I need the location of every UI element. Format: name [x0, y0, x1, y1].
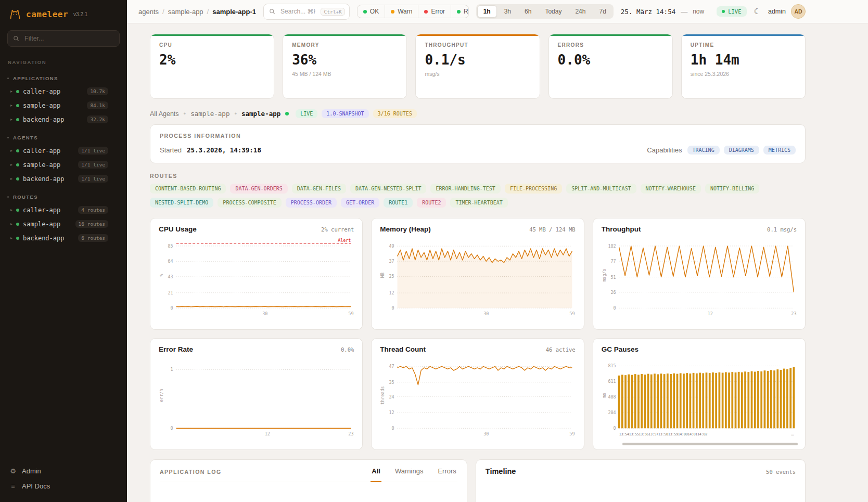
- range-6h[interactable]: 6h: [518, 5, 538, 18]
- svg-text:0: 0: [613, 426, 616, 431]
- sidebar-item-backend-app[interactable]: ▸backend-app6 routes: [0, 231, 127, 245]
- status-dot-icon: [16, 177, 19, 181]
- log-tab-warnings[interactable]: Warnings: [394, 467, 424, 482]
- route-chip-error-handling-test[interactable]: ERROR-HANDLING-TEST: [430, 184, 500, 194]
- avatar[interactable]: AD: [791, 4, 806, 19]
- nav-section-agents: AGENTS▸caller-app1/1 live▸sample-app1/1 …: [0, 135, 127, 186]
- breadcrumb-current: sample-app-1: [212, 8, 256, 16]
- sidebar-item-backend-app[interactable]: ▸backend-app1/1 live: [0, 172, 127, 186]
- timeline-title: Timeline: [486, 467, 516, 475]
- chart-scrollbar[interactable]: [622, 443, 798, 445]
- sidebar-item-caller-app[interactable]: ▸caller-app1/1 live: [0, 144, 127, 158]
- svg-text:23: 23: [791, 311, 796, 316]
- metric-sub: 45 MB / 124 MB: [292, 71, 398, 77]
- agent-badge-1-0-snapshot: 1.0-SNAPSHOT: [322, 109, 368, 118]
- route-chip-notify-warehouse[interactable]: NOTIFY-WAREHOUSE: [641, 184, 701, 194]
- breadcrumb-agents[interactable]: agents: [138, 8, 159, 16]
- svg-text:0: 0: [171, 305, 173, 311]
- agent-badge-3-16-routes: 3/16 ROUTES: [373, 109, 417, 118]
- nav-section-routes: ROUTES▸caller-app4 routes▸sample-app16 r…: [0, 194, 127, 245]
- sidebar-item-caller-app[interactable]: ▸caller-app4 routes: [0, 203, 127, 217]
- status-filter-warn[interactable]: Warn: [385, 5, 418, 18]
- filter-input[interactable]: [23, 34, 114, 43]
- chart-title: Thread Count: [380, 345, 426, 353]
- metric-card-cpu: CPU2%: [150, 34, 274, 99]
- svg-text:26: 26: [610, 290, 616, 295]
- svg-text:204: 204: [608, 410, 616, 415]
- search-box[interactable]: Ctrl+K: [263, 4, 350, 20]
- status-filter-ok[interactable]: OK: [358, 5, 385, 18]
- logo[interactable]: cameleer v3.2.1: [0, 0, 127, 26]
- chart-card-gc: GC Pauses020440861181513:5413:5513:5613:…: [593, 338, 806, 450]
- status-dot-icon: [363, 10, 367, 14]
- agent-app-link[interactable]: sample-app: [190, 110, 229, 118]
- chart-header: Error Rate0.0%: [159, 345, 354, 353]
- range-3h[interactable]: 3h: [498, 5, 517, 18]
- svg-text:0: 0: [392, 305, 394, 311]
- capability-tracing: TRACING: [687, 146, 720, 155]
- sidebar-item-caller-app[interactable]: ▸caller-app10.7k: [0, 84, 127, 98]
- all-agents-link[interactable]: All Agents: [150, 110, 179, 118]
- route-chip-file-processing[interactable]: FILE-PROCESSING: [505, 184, 562, 194]
- search-input[interactable]: [279, 7, 316, 16]
- route-chip-nested-split-demo[interactable]: NESTED-SPLIT-DEMO: [150, 198, 213, 208]
- live-label: LIVE: [728, 8, 741, 15]
- route-chip-route2[interactable]: ROUTE2: [417, 198, 446, 208]
- route-chip-timer-heartbeat[interactable]: TIMER-HEARTBEAT: [450, 198, 507, 208]
- route-chip-content-based-routing[interactable]: CONTENT-BASED-ROUTING: [150, 184, 226, 194]
- dark-mode-toggle[interactable]: ☾: [752, 6, 763, 17]
- chart-meta: 46 active: [546, 346, 576, 353]
- metric-card-memory: MEMORY36%45 MB / 124 MB: [283, 34, 407, 99]
- nav-section-title: ROUTES: [0, 194, 127, 203]
- crumb-separator: •: [234, 110, 237, 118]
- log-tab-all[interactable]: All: [371, 467, 381, 482]
- status-dot-icon: [16, 149, 19, 152]
- routes-title: ROUTES: [150, 173, 806, 179]
- sidebar-item-sample-app[interactable]: ▸sample-app1/1 live: [0, 158, 127, 172]
- svg-text:threads: threads: [380, 386, 385, 404]
- route-chip-data-gen-nested-split[interactable]: DATA-GEN-NESTED-SPLIT: [350, 184, 426, 194]
- chart-plot-error: 011223err/h: [159, 356, 354, 437]
- breadcrumb-sample-app[interactable]: sample-app: [168, 8, 203, 16]
- svg-text:611: 611: [608, 379, 616, 384]
- user-name: admin: [768, 8, 786, 15]
- process-info-title: PROCESS INFORMATION: [160, 133, 796, 139]
- route-chip-data-gen-files[interactable]: DATA-GEN-FILES: [292, 184, 346, 194]
- status-filter-running[interactable]: Running: [451, 5, 469, 18]
- range-24h[interactable]: 24h: [569, 5, 592, 18]
- route-chip-process-composite[interactable]: PROCESS-COMPOSITE: [218, 198, 281, 208]
- route-chip-split-and-multicast[interactable]: SPLIT-AND-MULTICAST: [566, 184, 636, 194]
- sidebar-item-sample-app[interactable]: ▸sample-app84.1k: [0, 98, 127, 112]
- sidebar-item-badge: 4 routes: [78, 206, 108, 214]
- footer-item-api-docs[interactable]: ≡API Docs: [8, 479, 119, 494]
- status-dot-icon: [16, 90, 19, 93]
- sidebar-sections: APPLICATIONS▸caller-app10.7k▸sample-app8…: [0, 67, 127, 245]
- chart-card-error: Error Rate0.0%011223err/h: [150, 338, 363, 450]
- route-chip-get-order[interactable]: GET-ORDER: [341, 198, 379, 208]
- range-today[interactable]: Today: [539, 5, 568, 18]
- range-1h[interactable]: 1h: [477, 5, 497, 18]
- datetime[interactable]: 25. März 14:54: [621, 8, 675, 16]
- chevron-right-icon: ▸: [10, 89, 12, 94]
- route-chip-data-gen-orders[interactable]: DATA-GEN-ORDERS: [230, 184, 287, 194]
- sidebar-item-sample-app[interactable]: ▸sample-app16 routes: [0, 217, 127, 231]
- nav-heading: NAVIGATION: [8, 59, 127, 65]
- live-indicator[interactable]: LIVE: [717, 6, 746, 17]
- route-chip-process-order[interactable]: PROCESS-ORDER: [286, 198, 337, 208]
- log-tab-errors[interactable]: Errors: [437, 467, 457, 482]
- status-filter-error[interactable]: Error: [418, 5, 451, 18]
- footer-item-admin[interactable]: ⚙Admin: [8, 464, 119, 479]
- capability-chips: TRACINGDIAGRAMSMETRICS: [687, 146, 796, 155]
- chart-title: Throughput: [602, 225, 641, 233]
- sidebar-item-backend-app[interactable]: ▸backend-app32.2k: [0, 112, 127, 126]
- sidebar-filter[interactable]: [7, 30, 120, 47]
- route-chip-notify-billing[interactable]: NOTIFY-BILLING: [705, 184, 759, 194]
- svg-text:59: 59: [570, 311, 575, 316]
- chart-header: GC Pauses: [602, 345, 797, 353]
- route-chip-route1[interactable]: ROUTE1: [384, 198, 413, 208]
- metric-value: 0.0%: [558, 52, 663, 68]
- sidebar-item-badge: 1/1 live: [78, 161, 108, 169]
- sidebar-footer: ⚙Admin≡API Docs: [0, 464, 127, 502]
- metric-value: 2%: [159, 52, 265, 68]
- range-7d[interactable]: 7d: [593, 5, 612, 18]
